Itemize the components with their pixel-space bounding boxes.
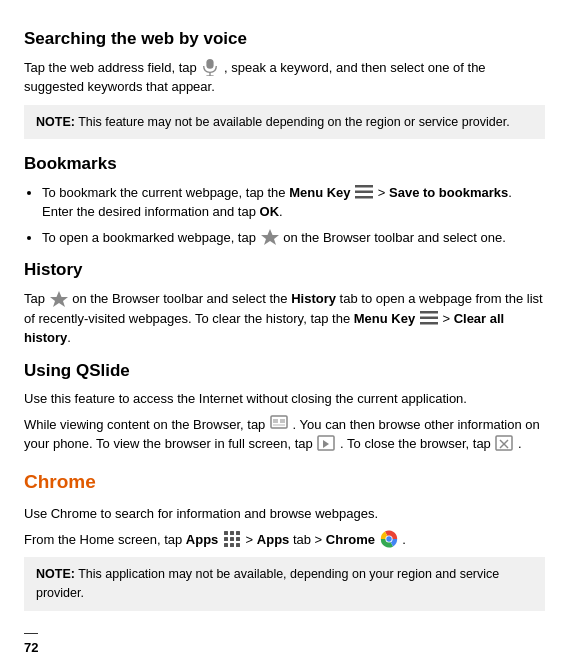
mic-icon — [201, 58, 219, 76]
history-star-icon — [50, 290, 68, 308]
svg-marker-6 — [261, 229, 279, 245]
svg-rect-24 — [236, 537, 240, 541]
note-label-chrome: NOTE: — [36, 567, 75, 581]
qslide-p1: Use this feature to access the Internet … — [24, 389, 545, 409]
bookmark-text-save-prefix: > — [378, 185, 389, 200]
history-text-mid3: > — [442, 311, 453, 326]
bookmarks-list: To bookmark the current webpage, tap the… — [42, 183, 545, 248]
bookmark-open-text: To open a bookmarked webpage, tap — [42, 230, 260, 245]
chrome-p1: Use Chrome to search for information and… — [24, 504, 545, 524]
heading-history: History — [24, 257, 545, 283]
svg-rect-22 — [224, 537, 228, 541]
bookmark-item-2: To open a bookmarked webpage, tap on the… — [42, 228, 545, 248]
svg-rect-10 — [420, 322, 438, 325]
note-box-searching: NOTE: This feature may not be available … — [24, 105, 545, 140]
chrome-icon — [380, 530, 398, 548]
apps-label-1: Apps — [186, 532, 219, 547]
save-to-bookmarks-label: Save to bookmarks — [389, 185, 508, 200]
svg-rect-0 — [207, 59, 214, 69]
heading-chrome: Chrome — [24, 468, 545, 497]
qslide-p2: While viewing content on the Browser, ta… — [24, 415, 545, 454]
svg-rect-27 — [236, 543, 240, 547]
menu-icon — [355, 183, 373, 201]
close-icon — [495, 435, 513, 453]
history-text-end: . — [67, 330, 71, 345]
section-searching-by-voice: Searching the web by voice Tap the web a… — [24, 26, 545, 139]
chrome-period: . — [402, 532, 406, 547]
note-box-chrome: NOTE: This application may not be availa… — [24, 557, 545, 611]
note-text-searching: This feature may not be available depend… — [75, 115, 510, 129]
heading-searching-by-voice: Searching the web by voice — [24, 26, 545, 52]
svg-rect-4 — [355, 191, 373, 194]
chrome-separator-1: > — [246, 532, 257, 547]
page-number: 72 — [24, 633, 38, 652]
svg-rect-21 — [236, 531, 240, 535]
chrome-tab-text: tab > — [289, 532, 326, 547]
note-text-chrome: This application may not be available, d… — [36, 567, 499, 600]
bookmark-open-text2: on the Browser toolbar and select one. — [283, 230, 506, 245]
qslide-icon-2 — [317, 435, 335, 453]
chrome-label: Chrome — [326, 532, 375, 547]
history-label: History — [291, 291, 336, 306]
svg-rect-25 — [224, 543, 228, 547]
section-chrome: Chrome Use Chrome to search for informat… — [24, 468, 545, 611]
qslide-text-mid2: . To close the browser, tap — [340, 436, 494, 451]
bookmark-text-before: To bookmark the current webpage, tap the — [42, 185, 289, 200]
qslide-icon-1 — [270, 415, 288, 433]
svg-rect-5 — [355, 196, 373, 199]
svg-rect-8 — [420, 311, 438, 314]
svg-point-30 — [386, 537, 391, 542]
heading-qslide: Using QSlide — [24, 358, 545, 384]
bookmark-text-end: . — [279, 204, 283, 219]
menu-key-label: Menu Key — [289, 185, 354, 200]
history-tap: Tap — [24, 291, 49, 306]
paragraph-searching-by-voice: Tap the web address field, tap , speak a… — [24, 58, 545, 97]
ok-label: OK — [260, 204, 280, 219]
note-label-searching: NOTE: — [36, 115, 75, 129]
text-tap-address: Tap the web address field, tap — [24, 60, 197, 75]
menu-key-history: Menu Key — [354, 311, 415, 326]
history-menu-icon — [420, 309, 438, 327]
svg-rect-23 — [230, 537, 234, 541]
section-qslide: Using QSlide Use this feature to access … — [24, 358, 545, 454]
svg-rect-14 — [273, 424, 285, 426]
svg-rect-26 — [230, 543, 234, 547]
svg-marker-7 — [50, 291, 68, 307]
svg-rect-9 — [420, 317, 438, 320]
svg-rect-20 — [230, 531, 234, 535]
section-history: History Tap on the Browser toolbar and s… — [24, 257, 545, 347]
qslide-text-end: . — [518, 436, 522, 451]
svg-rect-13 — [280, 419, 285, 423]
apps-icon — [223, 530, 241, 548]
apps-label-2: Apps — [257, 532, 290, 547]
qslide-text-before: While viewing content on the Browser, ta… — [24, 417, 269, 432]
heading-bookmarks: Bookmarks — [24, 151, 545, 177]
history-text-mid: on the Browser toolbar and select the — [72, 291, 291, 306]
chrome-text-from-home: From the Home screen, tap — [24, 532, 186, 547]
chrome-p2: From the Home screen, tap Apps > Apps ta… — [24, 530, 545, 550]
section-bookmarks: Bookmarks To bookmark the current webpag… — [24, 151, 545, 247]
star-icon — [261, 228, 279, 246]
bookmark-item-1: To bookmark the current webpage, tap the… — [42, 183, 545, 222]
svg-rect-12 — [273, 419, 278, 423]
paragraph-history: Tap on the Browser toolbar and select th… — [24, 289, 545, 348]
svg-rect-3 — [355, 185, 373, 188]
svg-rect-19 — [224, 531, 228, 535]
